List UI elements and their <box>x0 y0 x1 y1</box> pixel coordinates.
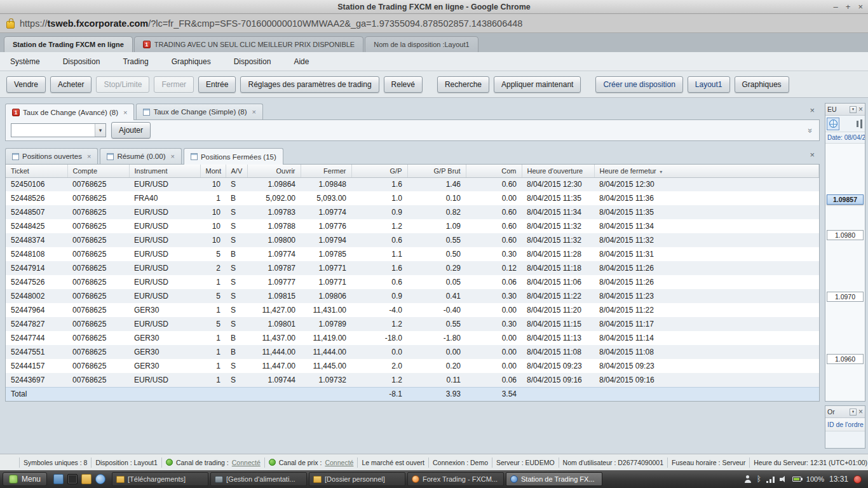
taskbar-window-button[interactable]: [Gestion d'alimentati... <box>210 472 307 486</box>
toolbar-button[interactable]: Vendre <box>6 76 46 93</box>
column-header[interactable]: Ticket <box>6 165 67 177</box>
position-row[interactable]: 52447827 00768625 EUR/USD 5 S 1.09801 1.… <box>6 317 819 331</box>
position-row[interactable]: 52450106 00768625 EUR/USD 10 S 1.09864 1… <box>6 177 819 191</box>
position-row[interactable]: 52448526 00768625 FRA40 1 B 5,092.00 5,0… <box>6 191 819 205</box>
cell-open-time: 8/04/2015 11:13 <box>522 331 594 345</box>
position-row[interactable]: 52448002 00768625 EUR/USD 5 S 1.09815 1.… <box>6 289 819 303</box>
position-row[interactable]: 52447526 00768625 EUR/USD 1 S 1.09777 1.… <box>6 275 819 289</box>
column-header[interactable]: Ouvrir <box>247 165 301 177</box>
column-header[interactable]: Compte <box>67 165 129 177</box>
column-header[interactable]: Com <box>466 165 522 177</box>
chart-panel-menu-icon[interactable] <box>850 106 857 113</box>
expand-chevron-icon[interactable] <box>806 128 815 132</box>
positions-tab[interactable]: Résumé (0.00) <box>100 148 182 164</box>
minimize-icon[interactable] <box>834 3 838 11</box>
globe-icon[interactable] <box>827 118 839 130</box>
column-header[interactable]: Mont <box>200 165 226 177</box>
positions-tab[interactable]: Positions Fermées (15) <box>184 148 283 165</box>
toolbar-button[interactable]: Acheter <box>50 76 92 93</box>
toolbar-button[interactable]: Layout1 <box>688 76 730 93</box>
column-header[interactable]: Fermer <box>301 165 351 177</box>
bluetooth-icon[interactable] <box>757 475 761 483</box>
menu-item[interactable]: Aide <box>287 55 315 69</box>
position-row[interactable]: 52448374 00768625 EUR/USD 10 S 1.09800 1… <box>6 233 819 247</box>
taskbar-window-button[interactable]: Station de Trading FX... <box>506 472 602 486</box>
tab-close-icon[interactable] <box>252 108 255 116</box>
positions-panel-close-icon[interactable] <box>810 151 815 159</box>
rates-tab[interactable]: Taux de Change (Simple) (8) <box>136 104 262 119</box>
add-symbol-button[interactable]: Ajouter <box>111 122 151 139</box>
tab-close-icon[interactable] <box>123 109 127 116</box>
tab-close-icon[interactable] <box>170 152 174 160</box>
column-header[interactable]: G/P Brut <box>407 165 466 177</box>
position-row[interactable]: 52447744 00768625 GER30 1 B 11,437.00 11… <box>6 331 819 345</box>
position-row[interactable]: 52447964 00768625 GER30 1 S 11,427.00 11… <box>6 303 819 317</box>
rates-tab[interactable]: Taux de Change (Avancé) (8) <box>5 104 134 120</box>
launcher-browser-icon[interactable] <box>95 474 105 484</box>
closed-positions-table: Ticket Compte Instrument Mont A/V <box>6 165 819 401</box>
column-header[interactable]: G/P <box>351 165 407 177</box>
symbol-input[interactable] <box>11 124 95 137</box>
launcher-files-icon[interactable] <box>81 474 92 484</box>
toolbar-button[interactable]: Relevé <box>384 76 423 93</box>
menu-item[interactable]: Disposition <box>57 55 107 69</box>
column-header[interactable]: Heure d'ouverture <box>522 165 594 177</box>
toolbar-button[interactable]: Fermer <box>154 76 194 93</box>
launcher-terminal-icon[interactable] <box>67 474 78 484</box>
user-icon[interactable] <box>744 475 752 483</box>
toolbar-button[interactable]: Appliquer maintenant <box>494 76 581 93</box>
alert-icon[interactable] <box>853 475 862 484</box>
toolbar-button[interactable]: Graphiques <box>735 76 789 93</box>
position-row[interactable]: 52447551 00768625 GER30 1 B 11,444.00 11… <box>6 345 819 359</box>
order-panel-menu-icon[interactable] <box>850 409 857 416</box>
clock[interactable]: 13:31 <box>829 475 848 484</box>
screen: Station de Trading FXCM en ligne - Googl… <box>0 0 868 488</box>
battery-icon[interactable] <box>792 477 801 482</box>
symbol-combobox[interactable] <box>11 123 106 137</box>
browser-tab[interactable]: Station de Trading FXCM en ligne <box>4 36 133 52</box>
launcher-display-icon[interactable] <box>53 474 64 484</box>
cell-pl: 1.2 <box>351 317 407 331</box>
connection-state-link[interactable]: Connecté <box>325 459 353 466</box>
volume-icon[interactable] <box>780 475 787 483</box>
connection-state-link[interactable]: Connecté <box>232 459 261 466</box>
menu-item[interactable]: Disposition <box>227 55 278 69</box>
toolbar-button[interactable]: Stop/Limite <box>96 76 149 93</box>
toolbar-button[interactable]: Créer une disposition <box>595 76 682 93</box>
browser-tab[interactable]: Nom de la disposition :Layout1 <box>365 36 478 52</box>
chart-panel-close-icon[interactable] <box>858 105 863 113</box>
order-panel-close-icon[interactable] <box>858 408 863 416</box>
maximize-icon[interactable] <box>846 3 851 11</box>
close-icon[interactable] <box>858 3 863 11</box>
rates-panel-close-icon[interactable] <box>810 106 815 114</box>
position-row[interactable]: 52448108 00768625 EUR/USD 5 B 1.09774 1.… <box>6 247 819 261</box>
tab-close-icon[interactable] <box>87 152 91 160</box>
menu-item[interactable]: Système <box>4 55 46 69</box>
toolbar-button[interactable]: Entrée <box>198 76 236 93</box>
positions-tab[interactable]: Positions ouvertes <box>5 148 98 164</box>
menu-item[interactable]: Trading <box>116 55 154 69</box>
taskbar-window-button[interactable]: [Dossier personnel] <box>309 472 405 486</box>
column-header[interactable]: A/V <box>226 165 247 177</box>
taskbar-window-button[interactable]: [Téléchargements] <box>112 472 208 486</box>
toolbar-button[interactable]: Réglages des paramètres de trading <box>240 76 379 93</box>
menu-item[interactable]: Graphiques <box>165 55 217 69</box>
taskbar-window-button[interactable]: Forex Trading - FXCM... <box>407 472 504 486</box>
url-text[interactable]: https://tsweb.fxcorporate.com/?lc=fr_FR&… <box>20 18 522 29</box>
position-row[interactable]: 52447914 00768625 EUR/USD 2 S 1.09787 1.… <box>6 261 819 275</box>
browser-tab[interactable]: TRADING AVEC UN SEUL CLIC MEILLEUR PRIX … <box>134 36 363 52</box>
column-header[interactable]: Instrument <box>129 165 200 177</box>
network-icon[interactable] <box>766 476 775 483</box>
toolbar-button[interactable]: Recherche <box>437 76 489 93</box>
combobox-dropdown-icon[interactable] <box>95 124 105 137</box>
position-row[interactable]: 52448425 00768625 EUR/USD 10 S 1.09788 1… <box>6 219 819 233</box>
cell-gross-pl: 0.55 <box>407 233 466 247</box>
price-axis[interactable]: 1.09857 1.0980 1.0970 1.0960 <box>825 144 865 401</box>
candlestick-icon[interactable] <box>856 119 864 128</box>
position-row[interactable]: 52448507 00768625 EUR/USD 10 S 1.09783 1… <box>6 205 819 219</box>
start-menu-button[interactable]: Menu <box>3 472 47 486</box>
position-row[interactable]: 52444157 00768625 GER30 1 S 11,447.00 11… <box>6 359 819 373</box>
position-row[interactable]: 52443697 00768625 EUR/USD 1 S 1.09744 1.… <box>6 373 819 387</box>
column-header[interactable]: Heure de fermetur <box>594 165 819 177</box>
browser-urlbar[interactable]: https://tsweb.fxcorporate.com/?lc=fr_FR&… <box>0 14 868 33</box>
